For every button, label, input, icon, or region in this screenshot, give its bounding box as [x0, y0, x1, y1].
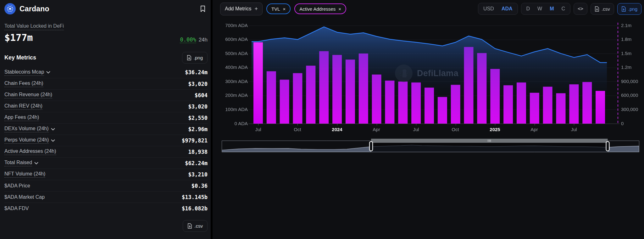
- tvl-value: $177m: [4, 32, 33, 43]
- chart-toolbar: Add Metrics + TVL × Active Addresses × U…: [213, 0, 644, 18]
- metric-label[interactable]: Perps Volume (24h): [4, 137, 49, 144]
- y-axis-right-tick: 2.1m: [621, 23, 631, 28]
- page-title: Cardano: [19, 5, 49, 13]
- export-png-label: .png: [628, 6, 637, 12]
- file-download-icon: [621, 6, 626, 12]
- x-axis-tick: Oct: [441, 127, 469, 132]
- bookmark-icon[interactable]: [199, 5, 206, 13]
- timeframe-weekly-button[interactable]: W: [534, 4, 546, 14]
- metric-value: $62.24m: [185, 160, 208, 166]
- download-png-label: .png: [194, 55, 203, 60]
- metric-label[interactable]: Chain REV (24h): [4, 103, 42, 110]
- metric-row-active-addresses: Active Addresses (24h) 18,938: [4, 146, 208, 157]
- download-csv-label: .csv: [194, 223, 203, 229]
- metric-value: $604: [195, 92, 208, 98]
- metric-chip-active-addresses[interactable]: Active Addresses ×: [294, 3, 346, 14]
- metric-value: $979,821: [182, 137, 208, 144]
- sidebar-header: Cardano: [4, 0, 208, 18]
- metric-row-stablecoins-mcap: Stablecoins Mcap $36.24m: [4, 67, 208, 78]
- embed-button[interactable]: <>: [574, 3, 587, 15]
- y-axis-right-tick: 0: [621, 121, 624, 126]
- metric-chip-tvl[interactable]: TVL ×: [266, 3, 291, 14]
- y-axis-left-tick: 200m ADA: [213, 92, 248, 98]
- key-metrics-title: Key Metrics: [4, 54, 36, 61]
- export-png-button[interactable]: .png: [617, 3, 641, 15]
- tvl-label[interactable]: Total Value Locked in DeFi: [4, 23, 64, 30]
- x-axis-tick: 2025: [481, 127, 509, 132]
- x-axis-tick: Apr: [520, 127, 548, 132]
- metric-label[interactable]: Total Raised: [4, 160, 32, 166]
- chevron-down-icon[interactable]: [34, 162, 38, 164]
- timeframe-monthly-button[interactable]: M: [546, 4, 558, 14]
- metric-value: $0.36: [192, 183, 208, 189]
- y-axis-right-tick: 900,000: [621, 79, 638, 84]
- timeframe-cumulative-button[interactable]: C: [558, 4, 569, 14]
- metric-value: $13.145b: [182, 194, 208, 200]
- metric-label[interactable]: Chain Fees (24h): [4, 81, 43, 87]
- add-metrics-label: Add Metrics: [225, 6, 251, 12]
- metric-value: $2,550: [188, 115, 208, 121]
- metric-label: $ADA Price: [4, 183, 30, 189]
- y-axis-right-tick: 600,000: [621, 92, 638, 98]
- file-download-icon: [187, 223, 192, 229]
- metric-label[interactable]: Chain Revenue (24h): [4, 92, 52, 98]
- y-axis-left-tick: 300m ADA: [213, 79, 248, 84]
- currency-ada-button[interactable]: ADA: [498, 4, 516, 14]
- tvl-change-percent[interactable]: 0.00%: [180, 36, 196, 43]
- close-icon[interactable]: ×: [283, 6, 286, 12]
- y-axis-left-tick: 100m ADA: [213, 107, 248, 112]
- file-download-icon: [595, 6, 599, 12]
- metric-label[interactable]: App Fees (24h): [4, 114, 39, 121]
- chevron-down-icon[interactable]: [51, 128, 55, 131]
- metric-row-chain-fees: Chain Fees (24h) $3,020: [4, 78, 208, 89]
- metric-label: $ADA FDV: [4, 206, 29, 211]
- x-axis-tick: Apr: [362, 127, 391, 132]
- tvl-active-addresses-chart[interactable]: [213, 0, 644, 239]
- download-png-button[interactable]: .png: [182, 52, 208, 64]
- metric-label[interactable]: Stablecoins Mcap: [4, 69, 44, 76]
- y-axis-right-tick: 1.5m: [621, 51, 631, 56]
- metric-value: $16.082b: [182, 205, 208, 212]
- embed-icon: <>: [578, 6, 583, 12]
- metric-value: $3,020: [188, 81, 208, 87]
- metric-row-perps-volume: Perps Volume (24h) $979,821: [4, 135, 208, 146]
- metric-row-chain-rev: Chain REV (24h) $3,020: [4, 101, 208, 112]
- chip-label: Active Addresses: [299, 6, 336, 12]
- metric-row-nft-volume: NFT Volume (24h) $3,210: [4, 169, 208, 180]
- sidebar: Cardano Total Value Locked in DeFi $177m…: [0, 0, 211, 239]
- y-axis-left-tick: 400m ADA: [213, 64, 248, 70]
- metric-row-ada-fdv: $ADA FDV $16.082b: [4, 203, 208, 214]
- metric-label[interactable]: Active Addresses (24h): [4, 148, 56, 155]
- x-axis-tick: Jul: [244, 127, 272, 132]
- metric-label[interactable]: NFT Volume (24h): [4, 171, 45, 178]
- metric-value: $3,020: [188, 103, 208, 110]
- key-metrics-list: Stablecoins Mcap $36.24m Chain Fees (24h…: [4, 67, 208, 214]
- currency-toggle: USD ADA: [478, 3, 518, 15]
- chevron-down-icon[interactable]: [51, 139, 55, 142]
- metric-row-total-raised: Total Raised $62.24m: [4, 157, 208, 169]
- chip-label: TVL: [271, 6, 280, 12]
- y-axis-left-tick: 600m ADA: [213, 36, 248, 42]
- y-axis-right-tick: 1.2m: [621, 64, 631, 70]
- chevron-down-icon[interactable]: [46, 71, 50, 74]
- metric-value: $36.24m: [185, 69, 208, 75]
- plus-icon: +: [254, 6, 258, 12]
- download-csv-button[interactable]: .csv: [183, 220, 208, 232]
- y-axis-left-tick: 500m ADA: [213, 51, 248, 56]
- x-axis-tick: 2024: [323, 127, 351, 132]
- timeframe-daily-button[interactable]: D: [523, 4, 534, 14]
- add-metrics-button[interactable]: Add Metrics +: [220, 3, 263, 15]
- metric-row-chain-revenue: Chain Revenue (24h) $604: [4, 89, 208, 101]
- chart-panel: Add Metrics + TVL × Active Addresses × U…: [213, 0, 644, 239]
- metric-row-ada-price: $ADA Price $0.36: [4, 180, 208, 191]
- metric-row-app-fees: App Fees (24h) $2,550: [4, 112, 208, 123]
- close-icon[interactable]: ×: [338, 6, 341, 12]
- currency-usd-button[interactable]: USD: [480, 4, 498, 14]
- x-axis-tick: Jul: [560, 127, 588, 132]
- y-axis-left-tick: 700m ADA: [213, 23, 248, 28]
- metric-label[interactable]: DEXs Volume (24h): [4, 126, 49, 132]
- export-csv-button[interactable]: .csv: [591, 3, 614, 15]
- file-download-icon: [187, 55, 192, 60]
- x-axis-tick: Jul: [402, 127, 430, 132]
- y-axis-right-tick: 1.8m: [621, 36, 631, 42]
